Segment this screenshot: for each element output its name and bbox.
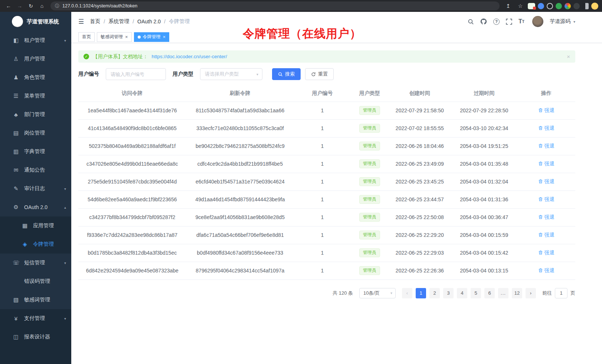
extension-icon[interactable] — [528, 3, 535, 9]
page-button-12[interactable]: 12 — [512, 288, 522, 298]
table-row: 41c41346a548490f9dc8b01c6bfe0865333ecfc7… — [78, 119, 575, 137]
user-avatar[interactable] — [532, 16, 543, 27]
home-icon[interactable]: ⌂ — [37, 1, 47, 10]
sidebar-item-error-code[interactable]: 错误码管理 — [0, 272, 71, 291]
breadcrumb-item[interactable]: 首页 — [90, 18, 100, 25]
search-button[interactable]: 搜索 — [272, 68, 301, 80]
chevron-down-icon: ▾ — [390, 291, 392, 295]
table-row: b0d1785bc3a8482f812db4a3f3bd15ecb0df4980… — [78, 244, 575, 262]
tab-home[interactable]: 首页 — [78, 32, 95, 42]
help-icon[interactable]: ? — [493, 19, 500, 25]
cell-actions: 强退 — [517, 119, 575, 137]
forward-icon[interactable]: → — [15, 1, 24, 10]
sidebar-item-oauth2-token[interactable]: ◈令牌管理 — [0, 235, 71, 254]
sidebar-item-dept[interactable]: ♣部门管理 — [0, 105, 71, 124]
force-logout-button[interactable]: 强退 — [538, 178, 554, 185]
page-button-2[interactable]: 2 — [429, 288, 440, 298]
tab-token[interactable]: 令牌管理× — [134, 32, 170, 42]
collapse-menu-icon[interactable]: ☰ — [78, 18, 84, 26]
page-size-select[interactable]: 10条/页 ▾ — [359, 288, 396, 298]
fullscreen-icon[interactable] — [506, 19, 512, 25]
sidebar-item-menu[interactable]: ☰菜单管理 — [0, 87, 71, 105]
reset-button[interactable]: 重置 — [305, 68, 334, 80]
cell-actions: 强退 — [517, 262, 575, 279]
search-icon[interactable] — [468, 19, 474, 25]
force-logout-button[interactable]: 强退 — [538, 143, 554, 149]
sidebar-item-oauth2-app[interactable]: ▦应用管理 — [0, 216, 71, 235]
force-logout-button[interactable]: 强退 — [538, 232, 554, 238]
browser-profile-avatar[interactable] — [591, 3, 598, 10]
next-page-button[interactable]: › — [526, 288, 536, 298]
username[interactable]: 芋道源码 — [550, 18, 570, 25]
sidebar-item-post[interactable]: ▤岗位管理 — [0, 124, 71, 142]
extension-icon[interactable] — [582, 3, 589, 9]
force-logout-button[interactable]: 强退 — [538, 267, 554, 274]
sidebar-item-dict[interactable]: ▥字典管理 — [0, 142, 71, 161]
extension-icon[interactable] — [556, 3, 562, 9]
extension-icon[interactable] — [547, 3, 553, 9]
sidebar-item-audit-log[interactable]: ✎审计日志▾ — [0, 179, 71, 198]
cell-user-type: 管理员 — [351, 102, 389, 119]
cell-actions: 强退 — [517, 208, 575, 226]
reload-icon[interactable]: ↻ — [26, 1, 36, 10]
sidebar-item-label: 租户管理 — [24, 37, 45, 44]
site-info-icon[interactable]: ⓘ — [55, 3, 59, 9]
sidebar-item-pay[interactable]: ¥支付管理▾ — [0, 309, 71, 328]
page-button-4[interactable]: 4 — [457, 288, 467, 298]
sidebar-item-tenant[interactable]: ◧租户管理▾ — [0, 31, 71, 50]
cell-created-time: 2022-06-25 22:29:03 — [389, 244, 451, 262]
sidebar-item-oauth2[interactable]: ⚙OAuth 2.0▴ — [0, 198, 71, 216]
force-logout-button[interactable]: 强退 — [538, 196, 554, 203]
share-icon[interactable]: ↥ — [503, 1, 513, 10]
force-logout-button[interactable]: 强退 — [538, 125, 554, 132]
page-button-3[interactable]: 3 — [443, 288, 454, 298]
force-logout-button[interactable]: 强退 — [538, 107, 554, 114]
breadcrumb-item[interactable]: 系统管理 — [108, 18, 129, 25]
force-logout-button[interactable]: 强退 — [538, 249, 554, 256]
user-type-select[interactable]: 请选择用户类型 ▾ — [200, 68, 262, 80]
page-button-1[interactable]: 1 — [416, 288, 426, 298]
cell-user-type: 管理员 — [351, 208, 389, 226]
sidebar-item-sms[interactable]: ☏短信管理▾ — [0, 254, 71, 272]
cell-expire-time: 2054-03-04 00:15:42 — [451, 244, 517, 262]
sidebar-item-user[interactable]: ♙用户管理 — [0, 50, 71, 68]
page-button-5[interactable]: 5 — [471, 288, 481, 298]
sidebar-item-notice[interactable]: ✉通知公告 — [0, 161, 71, 179]
user-type-badge: 管理员 — [359, 213, 380, 222]
app-title: 芋道管理系统 — [27, 18, 59, 25]
goto-group: 前往 页 — [542, 288, 575, 298]
extension-icon[interactable] — [573, 3, 580, 9]
caret-down-icon[interactable]: ▾ — [573, 20, 575, 24]
extension-icon[interactable] — [538, 3, 544, 9]
sidebar-item-role[interactable]: ♟角色管理 — [0, 68, 71, 87]
alert-close-icon[interactable]: × — [567, 53, 570, 60]
prev-page-button[interactable]: ‹ — [402, 288, 412, 298]
extension-icon[interactable] — [565, 3, 571, 9]
sidebar-item-label: 应用管理 — [33, 222, 54, 229]
doc-link[interactable]: https://doc.iocoder.cn/user-center/ — [152, 54, 227, 59]
font-size-icon[interactable]: TT — [518, 18, 524, 25]
breadcrumb-separator: / — [132, 19, 134, 24]
tab-close-icon[interactable]: × — [125, 34, 128, 39]
back-icon[interactable]: ← — [4, 1, 13, 10]
page-button-6[interactable]: 6 — [484, 288, 495, 298]
success-check-icon: ✓ — [84, 54, 89, 59]
goto-page-input[interactable] — [555, 288, 567, 298]
sidebar-item-report-designer[interactable]: ◫报表设计器 — [0, 328, 71, 346]
tab-close-icon[interactable]: × — [163, 34, 166, 39]
cell-user-id: 1 — [294, 173, 351, 191]
sidebar-item-sensitive-word[interactable]: ▧敏感词管理 — [0, 291, 71, 309]
breadcrumb-item[interactable]: OAuth 2.0 — [137, 19, 161, 24]
user-id-input[interactable] — [106, 68, 166, 80]
chevron-down-icon: ▾ — [64, 187, 66, 191]
address-bar[interactable]: ⓘ 127.0.0.1:1024/system/oauth2/token — [50, 1, 500, 10]
cell-expire-time: 2054-03-04 00:15:59 — [451, 226, 517, 244]
cell-user-type: 管理员 — [351, 173, 389, 191]
github-icon[interactable] — [480, 18, 487, 25]
tab-sensitive-word[interactable]: 敏感词管理× — [97, 32, 132, 42]
app-logo[interactable]: 芋道管理系统 — [0, 12, 71, 31]
force-logout-button[interactable]: 强退 — [538, 214, 554, 221]
force-logout-button[interactable]: 强退 — [538, 161, 554, 167]
page-ellipsis[interactable]: ... — [498, 288, 508, 298]
bookmark-star-icon[interactable]: ☆ — [516, 1, 525, 10]
